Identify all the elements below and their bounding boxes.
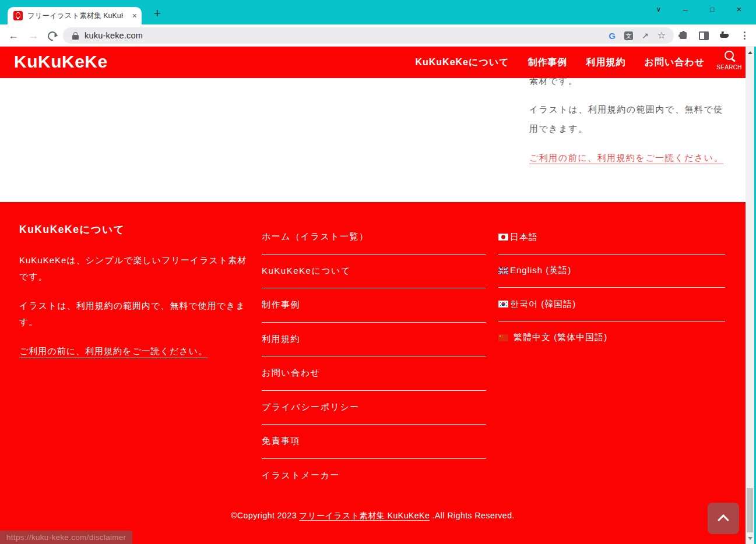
footer-about: KuKuKeKeについて KuKuKeKeは、シンプルで楽しいフリーイラスト素材… <box>19 221 249 359</box>
uk-flag-icon <box>498 267 508 274</box>
snippet-paragraph: イラストは、利用規約の範囲内で、無料で使用できます。 <box>529 100 726 138</box>
omnibox-icons: G 文 ↗ ☆ <box>609 31 666 41</box>
tab-close-icon[interactable]: × <box>132 12 137 20</box>
korea-flag-icon <box>498 301 508 308</box>
copyright-suffix: .All Rights Reserved. <box>430 511 515 520</box>
nav-item-works[interactable]: 制作事例 <box>528 56 568 69</box>
maximize-button[interactable]: □ <box>699 0 726 19</box>
browser-window: フリーイラスト素材集 KuKuKeK × + ∨ – □ × ← → kuku-… <box>0 0 756 544</box>
share-icon[interactable]: ↗ <box>642 31 649 40</box>
scrollbar-down-arrow-icon[interactable] <box>748 537 753 540</box>
extension-button[interactable] <box>717 34 731 38</box>
snippet-clipped-line: 素材です。 <box>529 78 726 90</box>
site-header: KuKuKeKe KuKuKeKeについて 制作事例 利用規約 お問い合わせ S… <box>0 47 746 78</box>
footer-about-p2: イラストは、利用規約の範囲内で、無料で使用できます。 <box>19 298 249 330</box>
footer-about-heading: KuKuKeKeについて <box>19 221 249 238</box>
status-url-bubble: https://kuku-keke.com/disclaimer <box>0 531 132 544</box>
language-japanese[interactable]: 日本語 <box>498 221 725 255</box>
nav-item-contact[interactable]: お問い合わせ <box>645 56 705 69</box>
extensions-puzzle-button[interactable] <box>676 32 690 39</box>
footer-menu-privacy[interactable]: プライバシーポリシー <box>262 391 486 425</box>
search-icon <box>725 51 734 60</box>
new-tab-button[interactable]: + <box>149 5 166 22</box>
site-favicon-icon <box>13 11 23 20</box>
page-content: 素材です。 イラストは、利用規約の範囲内で、無料で使用できます。 ご利用の前に、… <box>0 78 746 202</box>
footer-menu-works[interactable]: 制作事例 <box>262 288 486 323</box>
language-english[interactable]: English (英語) <box>498 255 725 288</box>
close-button[interactable]: × <box>726 0 753 19</box>
copyright-line: ©Copyright 2023 フリーイラスト素材集 KuKuKeKe .All… <box>0 511 746 521</box>
scrollbar-thumb[interactable] <box>747 488 753 532</box>
language-label: 繁體中文 (繁体中国語) <box>514 332 607 343</box>
site-footer: KuKuKeKeについて KuKuKeKeは、シンプルで楽しいフリーイラスト素材… <box>0 202 746 544</box>
address-bar[interactable]: kuku-keke.com G 文 ↗ ☆ <box>63 27 674 44</box>
footer-terms-link[interactable]: ご利用の前に、利用規約をご一読ください。 <box>19 346 208 356</box>
back-button[interactable]: ← <box>5 24 22 47</box>
browser-titlebar: フリーイラスト素材集 KuKuKeK × + ∨ – □ × <box>0 0 756 24</box>
sidebar-about-snippet: 素材です。 イラストは、利用規約の範囲内で、無料で使用できます。 ご利用の前に、… <box>529 78 726 167</box>
search-button[interactable]: SEARCH <box>713 51 746 70</box>
scrollbar-up-arrow-icon[interactable] <box>748 51 753 54</box>
tab-title: フリーイラスト素材集 KuKuKeK <box>27 11 123 21</box>
page-scrollbar[interactable] <box>746 47 754 544</box>
site-logo[interactable]: KuKuKeKe <box>14 52 108 72</box>
puzzle-icon <box>680 32 687 39</box>
japan-flag-icon <box>498 234 508 241</box>
side-panel-icon <box>699 31 709 40</box>
footer-about-p1: KuKuKeKeは、シンプルで楽しいフリーイラスト素材です。 <box>19 252 249 285</box>
url-text[interactable]: kuku-keke.com <box>85 31 143 40</box>
footer-menu-home[interactable]: ホーム（イラスト一覧） <box>262 220 486 255</box>
footer-languages: 日本語 English (英語) 한국어 (韓国語) 繁體中文 (繁体中国語) <box>498 221 725 354</box>
forward-button: → <box>24 24 42 47</box>
terms-link[interactable]: ご利用の前に、利用規約をご一読ください。 <box>529 148 723 167</box>
bookmark-star-icon[interactable]: ☆ <box>657 31 666 40</box>
copyright-prefix: ©Copyright 2023 <box>231 511 299 520</box>
site-nav: KuKuKeKeについて 制作事例 利用規約 お問い合わせ <box>415 47 705 78</box>
window-controls: ∨ – □ × <box>645 0 753 19</box>
chevron-down-icon[interactable]: ∨ <box>645 0 672 19</box>
translate-icon[interactable]: 文 <box>624 31 633 40</box>
footer-menu-about[interactable]: KuKuKeKeについて <box>262 255 486 289</box>
footer-menu-illust-maker[interactable]: イラストメーカー <box>262 459 486 493</box>
language-korean[interactable]: 한국어 (韓国語) <box>498 288 725 322</box>
scroll-to-top-button[interactable] <box>708 503 739 534</box>
nav-item-terms[interactable]: 利用規約 <box>586 56 626 69</box>
language-chinese[interactable]: 繁體中文 (繁体中国語) <box>498 322 725 355</box>
minimize-button[interactable]: – <box>672 0 699 19</box>
language-label: 한국어 (韓国語) <box>510 299 576 310</box>
language-label: 日本語 <box>510 232 538 243</box>
google-icon[interactable]: G <box>609 31 616 41</box>
lock-icon[interactable] <box>72 32 79 40</box>
footer-menu-contact[interactable]: お問い合わせ <box>262 356 486 391</box>
language-label: English (英語) <box>510 265 571 276</box>
kebab-menu-icon <box>744 31 746 40</box>
toolbar-extension-area <box>676 24 751 47</box>
footer-menu: ホーム（イラスト一覧） KuKuKeKeについて 制作事例 利用規約 お問い合わ… <box>262 220 486 492</box>
search-label: SEARCH <box>713 64 746 70</box>
nav-item-about[interactable]: KuKuKeKeについて <box>415 56 509 69</box>
browser-menu-button[interactable] <box>737 31 751 40</box>
browser-tab[interactable]: フリーイラスト素材集 KuKuKeK × <box>8 7 142 24</box>
footer-menu-terms[interactable]: 利用規約 <box>262 323 486 357</box>
copyright-site-link[interactable]: フリーイラスト素材集 KuKuKeKe <box>299 511 430 520</box>
footer-menu-disclaimer[interactable]: 免責事項 <box>262 425 486 459</box>
china-flag-icon <box>498 334 508 341</box>
side-panel-button[interactable] <box>697 31 711 40</box>
extension-icon <box>719 34 729 38</box>
